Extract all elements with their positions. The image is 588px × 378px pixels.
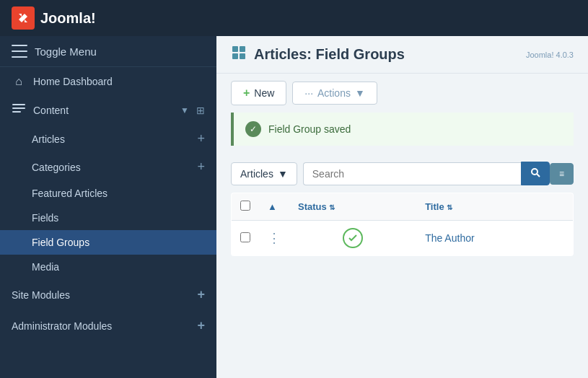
svg-rect-6	[240, 53, 245, 59]
svg-rect-1	[12, 107, 25, 109]
version-badge: Joomla! 4.0.3	[526, 50, 574, 59]
svg-line-8	[537, 174, 540, 177]
title-header-label: Title	[425, 201, 444, 212]
articles-plus-icon[interactable]: +	[197, 131, 205, 146]
sidebar-item-media[interactable]: Media	[0, 255, 216, 279]
header-checkbox	[232, 193, 260, 221]
admin-modules-plus-icon[interactable]: +	[197, 318, 205, 333]
new-button[interactable]: + New	[231, 81, 286, 105]
filter-bar: Articles ▼ ≡	[231, 154, 574, 193]
sidebar-item-home-dashboard[interactable]: ⌂ Home Dashboard	[0, 67, 216, 96]
page-title: Articles: Field Groups	[254, 46, 405, 63]
checkmark-icon	[348, 233, 358, 243]
search-container: ≡	[303, 162, 574, 185]
header-status[interactable]: Status ⇅	[289, 193, 416, 221]
alert-message: Field Group saved	[268, 123, 351, 135]
filter-options-button[interactable]: ≡	[550, 163, 574, 185]
actions-button[interactable]: ··· Actions ▼	[292, 82, 377, 105]
joomla-text: Joomla!	[40, 10, 96, 27]
alert-success: ✓ Field Group saved	[231, 113, 574, 146]
grid-icon: ⊞	[196, 105, 205, 116]
filter-dropdown[interactable]: Articles ▼	[231, 162, 297, 185]
content-header: Articles: Field Groups Joomla! 4.0.3	[216, 36, 588, 74]
row-checkbox[interactable]	[240, 232, 250, 242]
joomla-icon	[12, 6, 35, 30]
row-dots-menu[interactable]: ⋮	[268, 231, 281, 245]
svg-rect-0	[12, 104, 25, 105]
content-icon	[12, 104, 26, 117]
sidebar-item-label: Home Dashboard	[33, 76, 205, 87]
main-layout: Toggle Menu ⌂ Home Dashboard Content ▼ ⊞…	[0, 36, 588, 378]
new-button-label: New	[254, 87, 274, 99]
row-status-cell	[289, 221, 416, 256]
main-content: ✓ Field Group saved Articles ▼	[216, 113, 588, 378]
top-bar: Joomla!	[0, 0, 588, 36]
row-checkbox-cell	[232, 221, 260, 256]
toggle-menu-button[interactable]: Toggle Menu	[0, 36, 216, 67]
table-header: ▲ Status ⇅ Title ⇅	[232, 193, 574, 221]
joomla-logo: Joomla!	[12, 6, 96, 30]
sidebar-field-groups-label: Field Groups	[32, 237, 205, 248]
table-row: ⋮ The Author	[232, 221, 574, 256]
sidebar-categories-label: Categories	[32, 162, 197, 173]
svg-rect-4	[240, 46, 245, 52]
svg-rect-2	[12, 111, 21, 113]
site-modules-plus-icon[interactable]: +	[197, 287, 205, 302]
filter-dropdown-label: Articles	[240, 168, 273, 180]
sidebar-articles-label: Articles	[32, 133, 197, 145]
actions-button-label: Actions	[317, 87, 351, 99]
row-title-cell: The Author	[416, 221, 573, 256]
page-title-area: Articles: Field Groups	[231, 45, 405, 64]
actions-dots-icon: ···	[304, 87, 313, 99]
toggle-menu-label: Toggle Menu	[35, 45, 97, 58]
svg-rect-3	[232, 46, 238, 52]
actions-chevron-icon: ▼	[355, 87, 365, 99]
sidebar-content-label: Content	[33, 105, 173, 116]
svg-point-7	[532, 169, 537, 175]
reorder-up-icon: ▲	[268, 201, 277, 212]
new-plus-icon: +	[243, 87, 250, 100]
data-table: ▲ Status ⇅ Title ⇅	[231, 193, 574, 256]
page-title-icon	[231, 45, 247, 64]
header-reorder[interactable]: ▲	[259, 193, 289, 221]
sidebar-item-admin-modules[interactable]: Administrator Modules +	[0, 310, 216, 341]
filter-chevron-icon: ▼	[278, 168, 288, 180]
categories-plus-icon[interactable]: +	[197, 159, 205, 175]
sidebar-item-fields[interactable]: Fields	[0, 206, 216, 230]
check-circle-icon: ✓	[245, 121, 261, 137]
sidebar: Toggle Menu ⌂ Home Dashboard Content ▼ ⊞…	[0, 36, 216, 378]
status-active-icon[interactable]	[343, 228, 363, 248]
chevron-icon: ▼	[180, 105, 189, 115]
select-all-checkbox[interactable]	[240, 201, 250, 211]
sidebar-item-categories[interactable]: Categories +	[0, 153, 216, 181]
header-title[interactable]: Title ⇅	[416, 193, 573, 221]
sidebar-featured-label: Featured Articles	[32, 188, 205, 199]
content-area: Articles: Field Groups Joomla! 4.0.3 + N…	[216, 36, 588, 378]
search-input[interactable]	[303, 162, 521, 185]
toolbar: + New ··· Actions ▼	[216, 74, 588, 113]
sidebar-admin-modules-label: Administrator Modules	[12, 320, 190, 332]
sidebar-item-site-modules[interactable]: Site Modules +	[0, 279, 216, 310]
status-header-label: Status	[298, 201, 327, 212]
svg-rect-5	[232, 53, 238, 59]
sidebar-item-featured-articles[interactable]: Featured Articles	[0, 181, 216, 206]
sidebar-fields-label: Fields	[32, 212, 205, 224]
row-title-link[interactable]: The Author	[425, 232, 475, 244]
sidebar-item-content[interactable]: Content ▼ ⊞	[0, 96, 216, 125]
row-actions-cell: ⋮	[259, 221, 289, 256]
home-icon: ⌂	[12, 75, 26, 88]
sidebar-item-articles[interactable]: Articles +	[0, 125, 216, 153]
table-body: ⋮ The Author	[232, 221, 574, 256]
status-sort-icon: ⇅	[329, 203, 335, 211]
search-icon	[530, 167, 540, 177]
hamburger-icon	[12, 45, 27, 58]
title-sort-icon: ⇅	[447, 203, 452, 211]
search-button[interactable]	[521, 162, 550, 185]
sidebar-media-label: Media	[32, 261, 205, 273]
sidebar-site-modules-label: Site Modules	[12, 289, 190, 301]
sidebar-item-field-groups[interactable]: Field Groups	[0, 230, 216, 255]
